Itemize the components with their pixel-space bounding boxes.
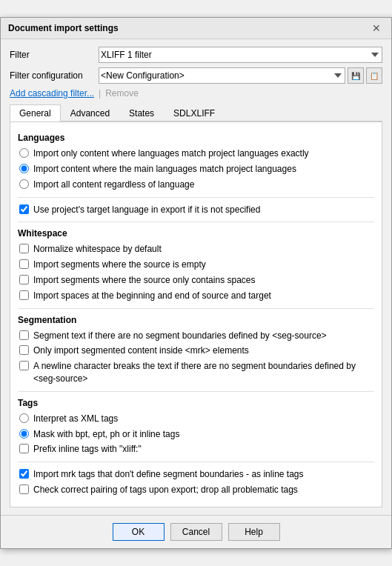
help-button[interactable]: Help xyxy=(228,523,280,541)
tag-pairing-label: Check correct pairing of tags upon expor… xyxy=(33,484,298,496)
filter-select[interactable]: XLIFF 1 filter xyxy=(99,47,382,63)
divider-5 xyxy=(18,462,374,462)
language-option-2: Import content where the main languages … xyxy=(18,163,374,176)
whitespace-option-3: Import segments where the source only co… xyxy=(18,274,374,287)
remove-label: Remove xyxy=(105,88,139,99)
save-config-button[interactable]: 💾 xyxy=(348,67,364,84)
tab-sdlxliff[interactable]: SDLXLIFF xyxy=(164,104,225,121)
tags-option-3: Prefix inline tags with "xliff:" xyxy=(18,443,374,456)
divider-2 xyxy=(18,222,374,222)
title-bar: Document import settings ✕ xyxy=(1,18,391,39)
segmentation-option-1: Segment text if there are no segment bou… xyxy=(18,330,374,342)
divider-3 xyxy=(18,308,374,309)
segmentation-option-3-label: A newline character breaks the text if t… xyxy=(33,360,374,385)
language-option-1-label: Import only content where languages matc… xyxy=(33,147,309,160)
segmentation-option-1-label: Segment text if there are no segment bou… xyxy=(33,330,327,342)
language-option-3-label: Import all content regardless of languag… xyxy=(33,179,194,191)
tab-states[interactable]: States xyxy=(119,104,164,121)
filter-row: Filter XLIFF 1 filter xyxy=(10,47,382,63)
tabs: General Advanced States SDLXLIFF xyxy=(10,104,382,121)
bottom-option-1: Import mrk tags that don't define segmen… xyxy=(18,468,374,481)
divider-4 xyxy=(18,391,374,392)
whitespace-option-1: Normalize whitespace by default xyxy=(18,243,374,256)
separator: | xyxy=(99,88,101,99)
tags-option-1: Interpret as XML tags xyxy=(18,413,374,425)
filter-select-wrapper: XLIFF 1 filter xyxy=(99,47,382,63)
segmentation-option-3: A newline character breaks the text if t… xyxy=(18,360,374,385)
mrk-tags-label: Import mrk tags that don't define segmen… xyxy=(33,468,304,481)
target-language-label: Use project's target language in export … xyxy=(33,204,260,216)
ok-button[interactable]: OK xyxy=(113,523,165,541)
filter-config-select[interactable]: <New Configuration> xyxy=(99,67,345,84)
dialog-title: Document import settings xyxy=(8,23,119,33)
close-button[interactable]: ✕ xyxy=(369,22,384,34)
whitespace-option-2: Import segments where the source is empt… xyxy=(18,259,374,271)
tags-checkbox-3[interactable] xyxy=(19,444,29,453)
dialog-body: Filter XLIFF 1 filter Filter configurati… xyxy=(1,39,391,515)
target-language-option: Use project's target language in export … xyxy=(18,204,374,216)
tags-section-label: Tags xyxy=(18,398,374,408)
language-radio-2[interactable] xyxy=(19,164,29,173)
filter-config-row: Filter configuration <New Configuration>… xyxy=(10,67,382,84)
tab-general[interactable]: General xyxy=(10,104,61,121)
segmentation-section-label: Segmentation xyxy=(18,315,374,325)
languages-section-label: Languages xyxy=(18,133,374,143)
whitespace-checkbox-3[interactable] xyxy=(19,275,29,284)
whitespace-option-4: Import spaces at the beginning and end o… xyxy=(18,290,374,302)
link-row: Add cascading filter... | Remove xyxy=(10,88,382,99)
cancel-button[interactable]: Cancel xyxy=(170,523,222,541)
tags-option-2: Mask with bpt, ept, ph or it inline tags xyxy=(18,428,374,441)
whitespace-option-2-label: Import segments where the source is empt… xyxy=(33,259,206,271)
whitespace-option-4-label: Import spaces at the beginning and end o… xyxy=(33,290,271,302)
segmentation-checkbox-2[interactable] xyxy=(19,345,29,355)
whitespace-option-3-label: Import segments where the source only co… xyxy=(33,274,255,287)
segmentation-checkbox-1[interactable] xyxy=(19,330,29,340)
tag-pairing-checkbox[interactable] xyxy=(19,485,29,494)
whitespace-checkbox-2[interactable] xyxy=(19,259,29,269)
add-cascading-link[interactable]: Add cascading filter... xyxy=(10,88,94,99)
language-option-2-label: Import content where the main languages … xyxy=(33,163,296,176)
tags-radio-2[interactable] xyxy=(19,429,29,439)
language-radio-3[interactable] xyxy=(19,179,29,189)
tags-option-3-label: Prefix inline tags with "xliff:" xyxy=(33,443,142,456)
tags-option-2-label: Mask with bpt, ept, ph or it inline tags xyxy=(33,428,179,441)
filter-config-label: Filter configuration xyxy=(10,70,99,81)
tab-content-general: Languages Import only content where lang… xyxy=(10,121,382,507)
whitespace-checkbox-4[interactable] xyxy=(19,290,29,300)
bottom-option-2: Check correct pairing of tags upon expor… xyxy=(18,484,374,496)
segmentation-option-2: Only import segmented content inside <mr… xyxy=(18,344,374,357)
tab-advanced[interactable]: Advanced xyxy=(61,104,119,121)
segmentation-checkbox-3[interactable] xyxy=(19,361,29,370)
filter-config-select-wrapper: <New Configuration> 💾 📋 xyxy=(99,67,382,84)
mrk-tags-checkbox[interactable] xyxy=(19,469,29,479)
tags-option-1-label: Interpret as XML tags xyxy=(33,413,118,425)
target-language-checkbox[interactable] xyxy=(19,204,29,214)
language-option-3: Import all content regardless of languag… xyxy=(18,179,374,191)
whitespace-section-label: Whitespace xyxy=(18,228,374,239)
button-row: OK Cancel Help xyxy=(1,515,391,548)
segmentation-option-2-label: Only import segmented content inside <mr… xyxy=(33,344,249,357)
filter-label: Filter xyxy=(10,50,99,60)
dialog: Document import settings ✕ Filter XLIFF … xyxy=(0,17,392,549)
whitespace-checkbox-1[interactable] xyxy=(19,244,29,253)
saveas-config-button[interactable]: 📋 xyxy=(366,67,382,84)
divider-1 xyxy=(18,197,374,198)
whitespace-option-1-label: Normalize whitespace by default xyxy=(33,243,162,256)
tags-radio-1[interactable] xyxy=(19,413,29,423)
language-option-1: Import only content where languages matc… xyxy=(18,147,374,160)
language-radio-1[interactable] xyxy=(19,148,29,158)
